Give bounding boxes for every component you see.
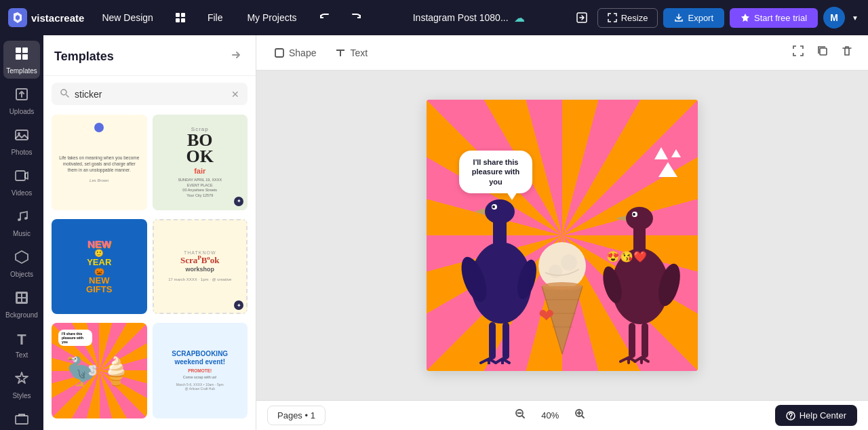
collapse-panel-button[interactable] — [227, 46, 245, 67]
sidebar-item-templates[interactable]: Templates — [3, 41, 40, 79]
svg-rect-41 — [642, 323, 648, 358]
sidebar-item-brand-kits[interactable]: Brand Kits — [3, 406, 40, 430]
zoom-level: 40% — [536, 410, 564, 421]
project-name[interactable]: Instagram Post 1080... — [413, 12, 509, 23]
svg-point-23 — [61, 90, 66, 95]
shape-label: Shape — [289, 47, 316, 58]
uploads-icon — [14, 87, 29, 105]
artwork: I'll share this pleasure with you — [427, 100, 698, 371]
svg-rect-25 — [820, 48, 827, 55]
svg-rect-32 — [502, 322, 509, 359]
undo-button[interactable] — [315, 7, 335, 28]
search-icon — [60, 88, 69, 100]
styles-icon — [14, 371, 29, 389]
panel-title: Templates — [54, 50, 114, 64]
cloud-sync-icon: ☁ — [514, 12, 525, 24]
avatar[interactable]: M — [823, 7, 845, 28]
music-icon — [14, 209, 29, 227]
top-toolbar: Shape Text — [256, 35, 868, 71]
svg-point-47 — [542, 282, 583, 290]
sidebar-item-styles[interactable]: Styles — [3, 366, 40, 404]
ostrich-right — [596, 184, 684, 364]
templates-label: Templates — [6, 67, 37, 75]
template-card-ostrich[interactable]: 🦤🍦 I'll share this pleasure with you — [52, 323, 147, 418]
shape-button[interactable]: Shape — [267, 43, 323, 62]
sidebar-item-objects[interactable]: Objects — [3, 244, 40, 282]
clear-search-button[interactable]: ✕ — [231, 89, 239, 100]
svg-point-28 — [485, 199, 515, 224]
project-name-area: Instagram Post 1080... ☁ — [377, 12, 561, 24]
sidebar-item-videos[interactable]: Videos — [3, 163, 40, 201]
redo-button[interactable] — [346, 7, 366, 28]
svg-rect-18 — [18, 294, 21, 297]
share-icon[interactable] — [572, 7, 592, 28]
file-button[interactable]: File — [201, 8, 230, 27]
toolbar-right — [788, 41, 857, 64]
search-bar: ✕ — [52, 83, 248, 105]
zoom-controls: 40% — [509, 406, 591, 425]
canvas-area: Shape Text — [256, 35, 868, 430]
white-triangles — [654, 147, 681, 177]
styles-label: Styles — [12, 392, 31, 399]
resize-button[interactable]: Resize — [597, 8, 658, 28]
my-projects-button[interactable]: My Projects — [240, 8, 303, 27]
template-card-scrapweekend[interactable]: SCRAPBOOKINGweekend event! PROMOTE! Come… — [153, 323, 248, 418]
nav-right: Resize Export Start free trial M ▼ — [572, 7, 860, 28]
svg-rect-2 — [176, 18, 180, 22]
music-label: Music — [13, 230, 31, 237]
pages-button[interactable]: Pages • 1 — [267, 406, 326, 425]
svg-marker-16 — [16, 251, 28, 263]
text-button[interactable]: Text — [328, 43, 374, 62]
sidebar-item-text[interactable]: T Text — [3, 326, 40, 363]
ice-cream — [532, 225, 593, 361]
avatar-dropdown-button[interactable]: ▼ — [850, 13, 860, 23]
svg-point-46 — [561, 254, 577, 271]
grid-icon[interactable] — [171, 8, 190, 27]
duplicate-button[interactable] — [812, 41, 833, 64]
svg-point-39 — [633, 213, 635, 216]
svg-rect-22 — [16, 416, 28, 424]
svg-rect-13 — [16, 171, 25, 180]
delete-button[interactable] — [837, 41, 857, 64]
brand-kits-icon — [14, 412, 29, 430]
svg-point-51 — [790, 418, 791, 419]
svg-rect-17 — [16, 292, 28, 304]
svg-point-37 — [626, 207, 653, 230]
new-design-button[interactable]: New Design — [95, 8, 159, 27]
help-center-button[interactable]: Help Center — [775, 405, 857, 426]
search-input[interactable] — [75, 89, 226, 100]
photos-icon — [14, 128, 29, 146]
logo[interactable]: vistacreate — [8, 8, 84, 27]
topbar: vistacreate New Design File My Projects … — [0, 0, 868, 35]
template-card-workshop[interactable]: thatknow ScraPBook workshop 17 march XXX… — [153, 219, 248, 315]
sidebar-item-music[interactable]: Music — [3, 203, 40, 241]
svg-rect-20 — [18, 298, 21, 302]
trial-button[interactable]: Start free trial — [730, 8, 818, 28]
objects-icon — [14, 250, 29, 268]
trial-label: Start free trial — [754, 13, 807, 23]
text-icon: T — [17, 331, 26, 349]
zoom-in-button[interactable] — [569, 406, 591, 425]
sidebar-item-photos[interactable]: Photos — [3, 122, 40, 160]
svg-rect-24 — [275, 49, 283, 57]
text-label: Text — [16, 351, 28, 359]
templates-icon — [14, 46, 29, 64]
svg-rect-19 — [22, 294, 26, 297]
template-card-newyear[interactable]: NEW 🙂 YEAR 🎃 NEWGIFTS — [52, 219, 147, 315]
fit-screen-button[interactable] — [788, 41, 808, 64]
icon-sidebar: Templates Uploads Photos — [0, 35, 43, 430]
heart-icon: ❤ — [538, 305, 554, 327]
resize-label: Resize — [621, 13, 648, 23]
template-card-scrapfair[interactable]: Scrap BOOK fair SUNDAY APRIL 19, XXXXEVE… — [153, 115, 248, 210]
videos-icon — [14, 168, 29, 187]
sidebar-item-background[interactable]: Bckground — [3, 285, 40, 323]
svg-point-30 — [492, 206, 495, 208]
speech-bubble: I'll share this pleasure with you — [459, 151, 532, 193]
svg-rect-6 — [16, 47, 21, 53]
canvas-viewport[interactable]: I'll share this pleasure with you — [256, 71, 868, 400]
template-card-sticky[interactable]: Life takes on meaning when you become mo… — [52, 115, 147, 210]
zoom-out-button[interactable] — [509, 406, 531, 425]
sidebar-item-uploads[interactable]: Uploads — [3, 81, 40, 119]
svg-marker-5 — [741, 14, 749, 22]
export-button[interactable]: Export — [663, 8, 724, 28]
